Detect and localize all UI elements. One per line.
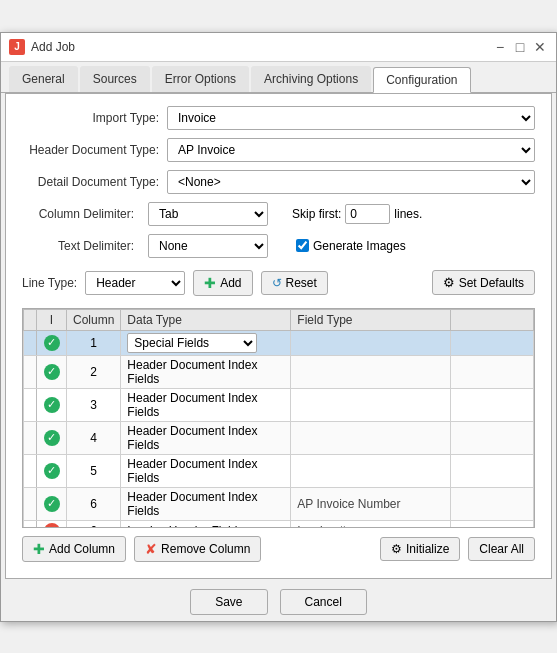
field-type-cell — [291, 421, 451, 454]
tab-archiving-options[interactable]: Archiving Options — [251, 66, 371, 92]
table-row[interactable]: ✕ 6 Invoice Header Fields Invoice # — [24, 520, 534, 528]
field-type-cell — [291, 330, 451, 355]
skip-first-input[interactable] — [345, 204, 390, 224]
tab-general[interactable]: General — [9, 66, 78, 92]
detail-doc-select[interactable]: <None> — [167, 170, 535, 194]
col-delim-select[interactable]: Tab — [148, 202, 268, 226]
status-cell: ✓ — [37, 355, 67, 388]
initialize-gear-icon: ⚙ — [391, 542, 402, 556]
th-indicator — [24, 309, 37, 330]
minimize-button[interactable]: − — [492, 39, 508, 55]
import-type-row: Import Type: Invoice — [22, 106, 535, 130]
reset-label: Reset — [286, 276, 317, 290]
linetype-row: Line Type: Header ✚ Add ↺ Reset ⚙ Set De… — [22, 266, 535, 300]
data-type-cell: Invoice Header Fields — [121, 520, 291, 528]
row-extra — [451, 520, 534, 528]
status-cell: ✓ — [37, 454, 67, 487]
field-type-cell — [291, 388, 451, 421]
data-type-cell[interactable]: Special Fields Header Document Index Fie… — [121, 330, 291, 355]
tab-error-options[interactable]: Error Options — [152, 66, 249, 92]
table-header-row: I Column Data Type Field Type — [24, 309, 534, 330]
reset-icon: ↺ — [272, 276, 282, 290]
th-field-type: Field Type — [291, 309, 451, 330]
tab-configuration[interactable]: Configuration — [373, 67, 470, 93]
add-label: Add — [220, 276, 241, 290]
set-defaults-label: Set Defaults — [459, 276, 524, 290]
th-i: I — [37, 309, 67, 330]
table-row[interactable]: ✓ 2 Header Document Index Fields — [24, 355, 534, 388]
status-icon: ✕ — [44, 523, 60, 528]
set-defaults-button[interactable]: ⚙ Set Defaults — [432, 270, 535, 295]
import-type-control: Invoice — [167, 106, 535, 130]
row-indicator — [24, 330, 37, 355]
close-button[interactable]: ✕ — [532, 39, 548, 55]
app-icon: J — [9, 39, 25, 55]
row-extra — [451, 487, 534, 520]
add-button[interactable]: ✚ Add — [193, 270, 252, 296]
clear-all-label: Clear All — [479, 542, 524, 556]
row-extra — [451, 421, 534, 454]
col-number-cell: 6 — [67, 487, 121, 520]
initialize-label: Initialize — [406, 542, 449, 556]
data-type-select[interactable]: Special Fields Header Document Index Fie… — [127, 333, 257, 353]
footer-buttons: Save Cancel — [1, 579, 556, 621]
status-cell: ✓ — [37, 487, 67, 520]
import-type-label: Import Type: — [22, 111, 167, 125]
add-column-button[interactable]: ✚ Add Column — [22, 536, 126, 562]
linetype-select[interactable]: Header — [85, 271, 185, 295]
tab-bar: General Sources Error Options Archiving … — [1, 62, 556, 93]
header-doc-row: Header Document Type: AP Invoice — [22, 138, 535, 162]
table-row[interactable]: ✓ 4 Header Document Index Fields — [24, 421, 534, 454]
lines-label: lines. — [394, 207, 422, 221]
table-row[interactable]: ✓ 1 Special Fields Header Document Index… — [24, 330, 534, 355]
text-delim-select[interactable]: None — [148, 234, 268, 258]
initialize-button[interactable]: ⚙ Initialize — [380, 537, 460, 561]
detail-doc-label: Detail Document Type: — [22, 175, 167, 189]
clear-all-button[interactable]: Clear All — [468, 537, 535, 561]
generate-images-group: Generate Images — [296, 239, 406, 253]
col-delim-group: Column Delimiter: Tab — [22, 202, 268, 226]
table-row[interactable]: ✓ 5 Header Document Index Fields — [24, 454, 534, 487]
remove-column-icon: ✘ — [145, 541, 157, 557]
save-button[interactable]: Save — [190, 589, 267, 615]
status-icon: ✓ — [44, 430, 60, 446]
data-type-cell: Header Document Index Fields — [121, 421, 291, 454]
linetype-label: Line Type: — [22, 276, 77, 290]
status-cell: ✕ — [37, 520, 67, 528]
header-doc-label: Header Document Type: — [22, 143, 167, 157]
remove-column-button[interactable]: ✘ Remove Column — [134, 536, 261, 562]
col-number-cell: 5 — [67, 454, 121, 487]
field-type-cell — [291, 454, 451, 487]
th-data-type: Data Type — [121, 309, 291, 330]
columns-table-container: I Column Data Type Field Type ✓ 1 Specia… — [22, 308, 535, 528]
table-row[interactable]: ✓ 6 Header Document Index Fields AP Invo… — [24, 487, 534, 520]
add-column-label: Add Column — [49, 542, 115, 556]
detail-doc-row: Detail Document Type: <None> — [22, 170, 535, 194]
tab-content: Import Type: Invoice Header Document Typ… — [5, 93, 552, 579]
status-icon: ✓ — [44, 335, 60, 351]
text-delim-label: Text Delimiter: — [22, 239, 142, 253]
status-icon: ✓ — [44, 364, 60, 380]
row-indicator — [24, 454, 37, 487]
col-number-cell: 3 — [67, 388, 121, 421]
status-icon: ✓ — [44, 397, 60, 413]
cancel-button[interactable]: Cancel — [280, 589, 367, 615]
table-row[interactable]: ✓ 3 Header Document Index Fields — [24, 388, 534, 421]
tab-sources[interactable]: Sources — [80, 66, 150, 92]
row-extra — [451, 388, 534, 421]
maximize-button[interactable]: □ — [512, 39, 528, 55]
skip-first-group: Skip first: lines. — [292, 204, 422, 224]
reset-button[interactable]: ↺ Reset — [261, 271, 328, 295]
import-type-select[interactable]: Invoice — [167, 106, 535, 130]
data-type-cell: Header Document Index Fields — [121, 355, 291, 388]
generate-images-checkbox[interactable] — [296, 239, 309, 252]
columns-table: I Column Data Type Field Type ✓ 1 Specia… — [23, 309, 534, 528]
row-indicator — [24, 520, 37, 528]
window-title: Add Job — [31, 40, 492, 54]
col-delim-label: Column Delimiter: — [22, 207, 142, 221]
status-cell: ✓ — [37, 330, 67, 355]
row-extra — [451, 330, 534, 355]
th-column: Column — [67, 309, 121, 330]
delim-skip-row: Column Delimiter: Tab Skip first: lines. — [22, 202, 535, 226]
header-doc-select[interactable]: AP Invoice — [167, 138, 535, 162]
